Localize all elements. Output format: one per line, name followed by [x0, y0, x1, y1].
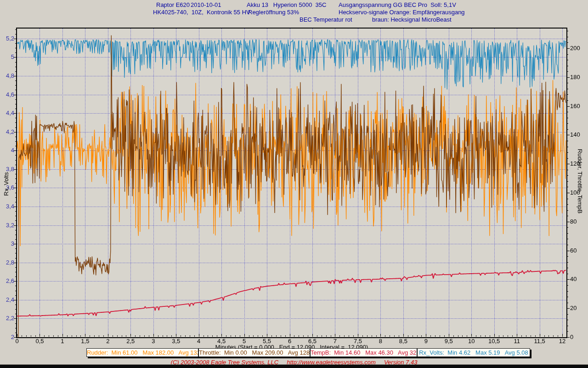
bottom-window-edge: [0, 364, 588, 368]
series-stats-box-rudder: Rudder: Min 61.00 Max 182.00 Avg 132.51: [86, 348, 198, 357]
right-axis-tick-label: 160: [570, 103, 580, 109]
header-annotation: HK4025-740, 10Z, Kontronik 55 HV: [153, 9, 250, 16]
right-axis-tick-label: 60: [570, 247, 577, 254]
left-axis-tick-label: 2,6: [0, 277, 14, 284]
right-axis-tick-label: 80: [570, 218, 577, 225]
right-axis-tick-label: 180: [570, 74, 580, 80]
telemetry-chart-plot[interactable]: [0, 0, 588, 368]
header-annotation: 2010-10-01: [191, 1, 221, 8]
left-axis-tick-label: 4: [0, 147, 14, 154]
series-stats-box-throttle: Throttle: Min 0.00 Max 209.00 Avg 128.62: [198, 348, 310, 357]
left-axis-tick-label: 5: [0, 53, 14, 60]
left-axis-tick-label: 2,8: [0, 259, 14, 266]
header-annotation: Ausgangsspannung GG BEC Pro Soll: 5,1V: [339, 1, 456, 8]
right-axis-tick-label: 20: [570, 305, 577, 311]
left-axis-tick-label: 5,2: [0, 35, 14, 42]
left-axis-tick-label: 3,2: [0, 222, 14, 229]
left-axis-tick-label: 3: [0, 240, 14, 247]
left-axis-tick-label: 2,2: [0, 315, 14, 322]
header-annotation: Heckservo-signale Orange: Empfängerausga…: [339, 9, 465, 16]
series-stats-box-tempb: TempB: Min 14.60 Max 46.30 Avg 32.75: [310, 348, 417, 357]
right-axis-tick-label: 140: [570, 131, 580, 138]
left-axis-tick-label: 3,4: [0, 203, 14, 210]
header-annotation: Raptor E620: [156, 1, 190, 8]
right-axis-tick-label: 40: [570, 276, 577, 282]
header-annotation: Akku 13 Hyperion 5000 35C: [247, 1, 326, 8]
left-axis-tick-label: 4,2: [0, 128, 14, 135]
right-axis-tick-label: 200: [570, 45, 580, 52]
left-axis-tick-label: 2,4: [0, 296, 14, 303]
header-annotation: BEC Temperatur rot: [300, 16, 352, 23]
left-axis-tick-label: 4,4: [0, 109, 14, 116]
app-window: Raptor E6202010-10-01Akku 13 Hyperion 50…: [0, 0, 588, 368]
left-axis-tick-label: 3,8: [0, 166, 14, 172]
left-axis-tick-label: 4,6: [0, 91, 14, 98]
series-stats-box-rx_volts: Rx_Volts: Min 4.62 Max 5.19 Avg 5.08: [417, 348, 530, 357]
header-annotation: Regleröffnung 53%: [248, 9, 299, 16]
left-axis-tick-label: 4,8: [0, 72, 14, 79]
header-annotation: braun: Hecksignal MicroBeast: [372, 16, 452, 23]
